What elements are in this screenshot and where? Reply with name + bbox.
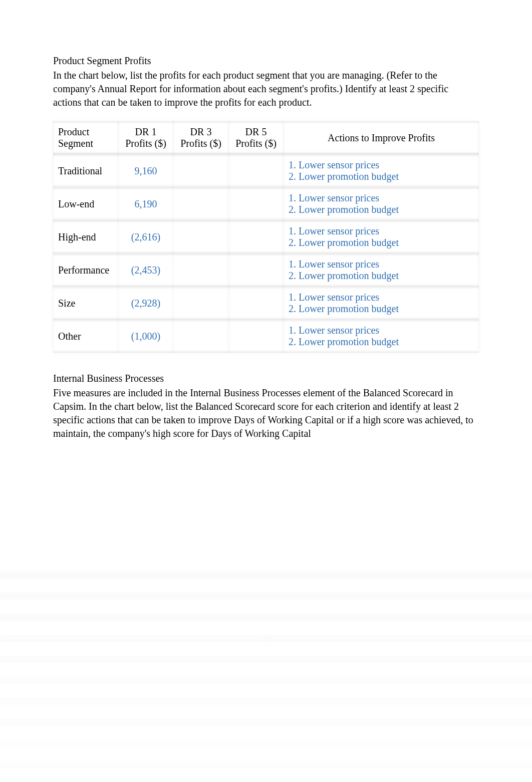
- cell-dr3-profit: [173, 187, 228, 220]
- action-1: 1. Lower sensor prices: [289, 292, 474, 303]
- col-header-segment: Product Segment: [53, 121, 118, 154]
- section-title-product-segment-profits: Product Segment Profits: [53, 55, 479, 67]
- action-1: 1. Lower sensor prices: [289, 258, 474, 270]
- col-header-dr5: DR 5 Profits ($): [228, 121, 284, 154]
- cell-dr1-profit: (2,616): [118, 220, 173, 253]
- section-title-internal-business-processes: Internal Business Processes: [53, 373, 479, 384]
- action-2: 2. Lower promotion budget: [289, 171, 474, 182]
- cell-actions: 1. Lower sensor prices 2. Lower promotio…: [284, 253, 479, 287]
- cell-dr1-profit: 9,160: [118, 154, 173, 187]
- cell-dr5-profit: [228, 187, 284, 220]
- cell-dr5-profit: [228, 220, 284, 253]
- document-page: Product Segment Profits In the chart bel…: [0, 0, 532, 782]
- col-header-dr3: DR 3 Profits ($): [173, 121, 228, 154]
- cell-dr3-profit: [173, 220, 228, 253]
- cell-dr1-profit: (2,453): [118, 253, 173, 287]
- table-row: Other (1,000) 1. Lower sensor prices 2. …: [53, 320, 479, 353]
- cell-segment: High-end: [53, 220, 118, 253]
- cell-dr1-profit: 6,190: [118, 187, 173, 220]
- cell-dr3-profit: [173, 287, 228, 320]
- action-2: 2. Lower promotion budget: [289, 336, 474, 348]
- table-row: Performance (2,453) 1. Lower sensor pric…: [53, 253, 479, 287]
- cell-dr5-profit: [228, 320, 284, 353]
- cell-dr1-profit: (1,000): [118, 320, 173, 353]
- cell-segment: Traditional: [53, 154, 118, 187]
- table-header-row: Product Segment DR 1 Profits ($) DR 3 Pr…: [53, 121, 479, 154]
- cell-dr3-profit: [173, 253, 228, 287]
- section1-intro-text: In the chart below, list the profits for…: [53, 69, 479, 109]
- page-number: 3: [264, 636, 269, 647]
- cell-dr3-profit: [173, 154, 228, 187]
- cell-dr5-profit: [228, 154, 284, 187]
- cell-dr5-profit: [228, 287, 284, 320]
- table-row: High-end (2,616) 1. Lower sensor prices …: [53, 220, 479, 253]
- cell-dr1-profit: (2,928): [118, 287, 173, 320]
- cell-actions: 1. Lower sensor prices 2. Lower promotio…: [284, 154, 479, 187]
- cell-actions: 1. Lower sensor prices 2. Lower promotio…: [284, 287, 479, 320]
- cell-dr3-profit: [173, 320, 228, 353]
- action-2: 2. Lower promotion budget: [289, 303, 474, 315]
- table-row: Low-end 6,190 1. Lower sensor prices 2. …: [53, 187, 479, 220]
- action-1: 1. Lower sensor prices: [289, 192, 474, 204]
- action-1: 1. Lower sensor prices: [289, 225, 474, 237]
- blurred-content-overlay: [0, 572, 532, 782]
- action-2: 2. Lower promotion budget: [289, 270, 474, 282]
- cell-segment: Size: [53, 287, 118, 320]
- product-segment-profits-table: Product Segment DR 1 Profits ($) DR 3 Pr…: [53, 121, 479, 353]
- table-row: Size (2,928) 1. Lower sensor prices 2. L…: [53, 287, 479, 320]
- section2-intro-text: Five measures are included in the Intern…: [53, 386, 479, 440]
- action-1: 1. Lower sensor prices: [289, 325, 474, 336]
- table-row: Traditional 9,160 1. Lower sensor prices…: [53, 154, 479, 187]
- action-1: 1. Lower sensor prices: [289, 159, 474, 171]
- cell-actions: 1. Lower sensor prices 2. Lower promotio…: [284, 220, 479, 253]
- col-header-dr1: DR 1 Profits ($): [118, 121, 173, 154]
- cell-segment: Low-end: [53, 187, 118, 220]
- cell-dr5-profit: [228, 253, 284, 287]
- cell-actions: 1. Lower sensor prices 2. Lower promotio…: [284, 187, 479, 220]
- cell-actions: 1. Lower sensor prices 2. Lower promotio…: [284, 320, 479, 353]
- col-header-actions: Actions to Improve Profits: [284, 121, 479, 154]
- cell-segment: Other: [53, 320, 118, 353]
- action-2: 2. Lower promotion budget: [289, 204, 474, 215]
- cell-segment: Performance: [53, 253, 118, 287]
- action-2: 2. Lower promotion budget: [289, 237, 474, 248]
